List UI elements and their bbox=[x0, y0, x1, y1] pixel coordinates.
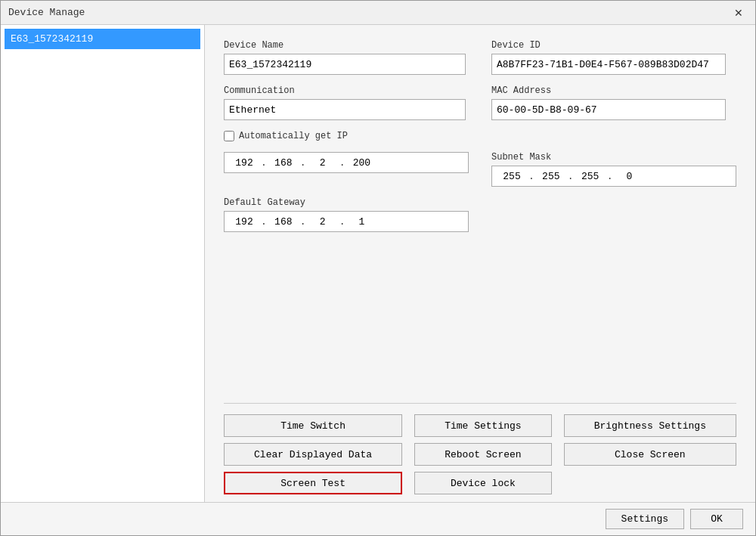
gateway-input-group: . . . bbox=[224, 211, 469, 232]
gw-dot-2: . bbox=[299, 216, 308, 228]
mac-input[interactable] bbox=[491, 99, 726, 120]
ip-dot-2: . bbox=[299, 157, 308, 169]
screen-test-button[interactable]: Screen Test bbox=[224, 472, 402, 494]
subnet-seg4[interactable] bbox=[614, 171, 644, 182]
form-area: Device Name Device ID Communication bbox=[224, 40, 736, 395]
communication-input[interactable] bbox=[224, 99, 466, 120]
subnet-label: Subnet Mask bbox=[491, 152, 736, 163]
device-lock-button[interactable]: Device lock bbox=[414, 472, 552, 494]
ok-button[interactable]: OK bbox=[690, 509, 743, 529]
gw-seg2[interactable] bbox=[268, 216, 299, 228]
dialog-close-button[interactable]: ✕ bbox=[730, 5, 748, 20]
dialog-body: E63_1572342119 Device Name Device ID bbox=[1, 25, 755, 502]
ip-group: . . . bbox=[224, 152, 469, 187]
time-switch-button[interactable]: Time Switch bbox=[224, 414, 402, 437]
ip-seg1[interactable] bbox=[229, 157, 259, 169]
device-name-group: Device Name bbox=[224, 40, 469, 75]
subnet-seg2[interactable] bbox=[536, 171, 566, 182]
communication-group: Communication bbox=[224, 85, 469, 120]
clear-displayed-data-button[interactable]: Clear Displayed Data bbox=[224, 443, 402, 466]
device-name-label: Device Name bbox=[224, 40, 469, 51]
subnet-input-group: . . . bbox=[491, 166, 736, 187]
device-id-group: Device ID bbox=[491, 40, 736, 75]
form-row-2: Communication MAC Address bbox=[224, 85, 736, 120]
mac-label: MAC Address bbox=[491, 85, 736, 96]
subnet-seg3[interactable] bbox=[575, 171, 606, 182]
dialog-footer: Settings OK bbox=[1, 502, 755, 535]
time-settings-button[interactable]: Time Settings bbox=[414, 414, 552, 437]
subnet-seg1[interactable] bbox=[497, 171, 527, 182]
gw-seg1[interactable] bbox=[229, 216, 259, 228]
ip-seg2[interactable] bbox=[268, 157, 299, 169]
section-divider bbox=[224, 403, 736, 404]
ip-input-group: . . . bbox=[224, 152, 469, 173]
ip-dot-3: . bbox=[338, 157, 347, 169]
auto-ip-checkbox[interactable] bbox=[224, 131, 234, 141]
communication-label: Communication bbox=[224, 85, 469, 96]
reboot-screen-button[interactable]: Reboot Screen bbox=[414, 443, 552, 466]
gw-seg3[interactable] bbox=[308, 216, 338, 228]
subnet-dot-3: . bbox=[606, 171, 615, 182]
subnet-dot-2: . bbox=[566, 171, 575, 182]
gateway-placeholder bbox=[491, 197, 736, 232]
gw-dot-3: . bbox=[338, 216, 347, 228]
device-name-input[interactable] bbox=[224, 54, 466, 75]
close-screen-button[interactable]: Close Screen bbox=[564, 443, 736, 466]
device-manage-dialog: Device Manage ✕ E63_1572342119 Device Na… bbox=[0, 0, 756, 536]
ip-seg3[interactable] bbox=[308, 157, 338, 169]
brightness-settings-button[interactable]: Brightness Settings bbox=[564, 414, 736, 437]
device-id-input[interactable] bbox=[491, 54, 726, 75]
action-buttons: Time Switch Time Settings Brightness Set… bbox=[224, 414, 736, 494]
gateway-label: Default Gateway bbox=[224, 197, 469, 208]
sidebar-item-device1[interactable]: E63_1572342119 bbox=[5, 29, 200, 49]
sidebar-item-label: E63_1572342119 bbox=[11, 33, 93, 45]
main-content: Device Name Device ID Communication bbox=[205, 25, 755, 502]
subnet-group: Subnet Mask . . . bbox=[491, 152, 736, 187]
form-row-3: . . . Subnet Mask . bbox=[224, 152, 736, 187]
gw-dot-1: . bbox=[259, 216, 268, 228]
mac-group: MAC Address bbox=[491, 85, 736, 120]
title-bar: Device Manage ✕ bbox=[1, 1, 755, 25]
auto-ip-label[interactable]: Automatically get IP bbox=[239, 131, 348, 141]
auto-ip-row: Automatically get IP bbox=[224, 131, 736, 141]
gateway-group: Default Gateway . . . bbox=[224, 197, 469, 232]
form-row-4: Default Gateway . . . bbox=[224, 197, 736, 232]
settings-button[interactable]: Settings bbox=[606, 509, 684, 529]
device-id-label: Device ID bbox=[491, 40, 736, 51]
dialog-title: Device Manage bbox=[8, 7, 85, 18]
sidebar: E63_1572342119 bbox=[1, 25, 205, 502]
gw-seg4[interactable] bbox=[346, 216, 376, 228]
subnet-dot-1: . bbox=[527, 171, 536, 182]
ip-dot-1: . bbox=[259, 157, 268, 169]
ip-seg4[interactable] bbox=[346, 157, 376, 169]
form-row-1: Device Name Device ID bbox=[224, 40, 736, 75]
